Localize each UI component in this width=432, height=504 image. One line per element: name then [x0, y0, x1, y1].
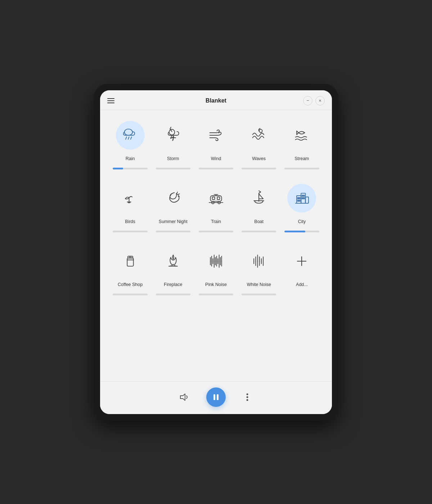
sound-item-city[interactable]: City	[280, 180, 323, 240]
wind-slider[interactable]	[199, 168, 233, 169]
pink-noise-icon-circle	[202, 247, 230, 276]
svg-point-4	[169, 129, 175, 135]
svg-rect-36	[302, 197, 303, 199]
svg-point-86	[247, 393, 248, 395]
svg-rect-31	[297, 196, 301, 203]
rain-slider[interactable]	[113, 168, 147, 169]
app-title: Blanket	[129, 97, 303, 104]
svg-rect-41	[299, 200, 300, 201]
storm-icon-circle	[159, 121, 188, 150]
fireplace-label: Fireplace	[164, 279, 182, 291]
svg-point-88	[247, 399, 248, 401]
city-slider[interactable]	[284, 231, 319, 232]
svg-rect-38	[298, 197, 299, 199]
white-noise-slider[interactable]	[242, 294, 276, 295]
title-bar: Blanket − ×	[100, 90, 332, 110]
stream-label: Stream	[294, 153, 309, 165]
coffee-shop-label: Coffee Shop	[118, 279, 143, 291]
waves-slider[interactable]	[242, 168, 276, 169]
sound-item-white-noise[interactable]: White Noise	[238, 243, 280, 303]
close-button[interactable]: ×	[315, 96, 325, 105]
coffee-shop-slider[interactable]	[113, 294, 147, 295]
add-label: Add...	[296, 279, 308, 291]
svg-rect-20	[212, 197, 215, 199]
sound-grid: Rain	[109, 117, 323, 303]
hamburger-menu-icon[interactable]	[107, 98, 114, 103]
volume-button[interactable]	[177, 390, 192, 404]
sound-item-storm[interactable]: Storm	[152, 117, 194, 177]
sound-item-stream[interactable]: Stream	[280, 117, 323, 177]
bottom-bar	[100, 381, 332, 414]
minimize-button[interactable]: −	[303, 96, 312, 105]
sound-item-coffee-shop[interactable]: Coffee Shop	[109, 243, 152, 303]
sound-item-pink-noise[interactable]: Pink Noise	[194, 243, 237, 303]
waves-icon-circle	[244, 121, 273, 150]
birds-label: Birds	[125, 216, 135, 228]
birds-icon-circle	[116, 184, 145, 213]
svg-rect-39	[299, 197, 300, 199]
svg-rect-34	[302, 195, 303, 196]
pink-noise-slider[interactable]	[199, 294, 233, 295]
svg-rect-40	[298, 200, 299, 201]
sound-item-add[interactable]: Add...	[280, 243, 323, 303]
stream-slider[interactable]	[284, 168, 319, 169]
svg-rect-21	[217, 197, 220, 199]
app-window: Blanket − ×	[100, 90, 332, 414]
sound-item-fireplace[interactable]: Fireplace	[152, 243, 194, 303]
more-options-button[interactable]	[240, 390, 255, 404]
pink-noise-label: Pink Noise	[205, 279, 227, 291]
sound-item-train[interactable]: Train	[194, 180, 237, 240]
wind-label: Wind	[211, 153, 221, 165]
title-bar-left	[107, 98, 129, 103]
fireplace-slider[interactable]	[156, 294, 190, 295]
svg-point-13	[303, 132, 304, 133]
boat-label: Boat	[254, 216, 264, 228]
stream-icon-circle	[287, 121, 316, 150]
white-noise-icon-circle	[244, 247, 273, 276]
train-slider[interactable]	[199, 231, 233, 232]
window-controls: − ×	[303, 96, 325, 105]
svg-marker-83	[180, 394, 185, 400]
sound-item-wind[interactable]: Wind	[194, 117, 237, 177]
svg-point-0	[124, 129, 132, 135]
svg-point-12	[259, 129, 262, 132]
rain-icon-circle	[116, 121, 145, 150]
svg-line-6	[170, 127, 171, 129]
white-noise-label: White Noise	[247, 279, 271, 291]
svg-line-16	[177, 192, 177, 193]
svg-rect-32	[306, 197, 309, 203]
sound-item-summer-night[interactable]: Summer Night	[152, 180, 194, 240]
fireplace-icon-circle	[159, 247, 188, 276]
svg-line-3	[130, 137, 131, 139]
storm-label: Storm	[167, 153, 179, 165]
add-icon-circle	[287, 247, 316, 276]
svg-rect-84	[213, 394, 215, 400]
sound-item-birds[interactable]: Birds	[109, 180, 152, 240]
sound-item-waves[interactable]: Waves	[238, 117, 280, 177]
svg-line-2	[128, 137, 129, 139]
play-pause-button[interactable]	[206, 387, 226, 407]
city-icon-circle	[287, 184, 316, 213]
svg-rect-35	[304, 195, 305, 196]
svg-rect-43	[128, 256, 133, 258]
rain-label: Rain	[126, 153, 135, 165]
birds-slider[interactable]	[113, 231, 147, 232]
coffee-shop-icon-circle	[116, 247, 145, 276]
sound-item-rain[interactable]: Rain	[109, 117, 152, 177]
svg-line-17	[178, 194, 179, 194]
sound-item-boat[interactable]: Boat	[238, 180, 280, 240]
summer-night-slider[interactable]	[156, 231, 190, 232]
svg-rect-42	[127, 258, 133, 266]
svg-rect-37	[304, 197, 305, 199]
svg-rect-85	[217, 394, 219, 400]
summer-night-icon-circle	[159, 184, 188, 213]
storm-slider[interactable]	[156, 168, 190, 169]
train-label: Train	[211, 216, 221, 228]
city-label: City	[298, 216, 306, 228]
boat-icon-circle	[244, 184, 273, 213]
svg-point-87	[247, 396, 248, 398]
wind-icon-circle	[202, 121, 230, 150]
waves-label: Waves	[252, 153, 266, 165]
boat-slider[interactable]	[242, 231, 276, 232]
train-icon-circle	[202, 184, 230, 213]
